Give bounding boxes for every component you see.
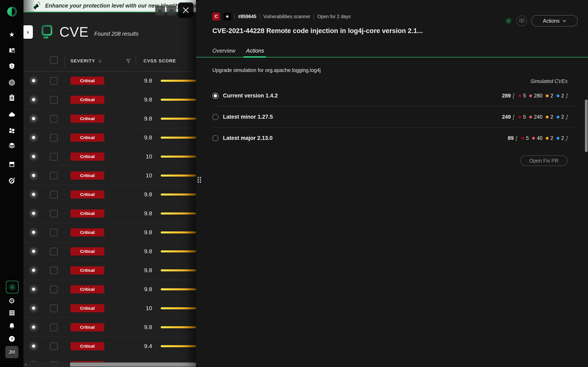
meta-divider — [314, 14, 314, 19]
row-checkbox[interactable] — [50, 229, 58, 236]
bracket-open: [ — [513, 92, 514, 99]
severity-badge: Critical — [70, 115, 104, 123]
sidebar-item-discovery[interactable] — [0, 177, 24, 184]
vertical-scrollbar-thumb[interactable] — [585, 100, 588, 152]
orca-logo[interactable] — [0, 6, 24, 17]
table-row[interactable]: Critical 9.8 — [24, 71, 196, 90]
sidebar-item-ai-assistant[interactable] — [6, 281, 18, 293]
row-checkbox[interactable] — [50, 77, 58, 85]
sidebar-item-marketplace[interactable] — [0, 161, 24, 167]
table-row[interactable]: Critical 10 — [24, 147, 196, 166]
table-row[interactable]: Critical 9.8 — [24, 223, 196, 242]
row-checkbox[interactable] — [50, 134, 58, 142]
column-cvss-score[interactable]: CVSS SCORE — [144, 58, 176, 64]
row-checkbox[interactable] — [50, 210, 58, 217]
table-row[interactable]: Critical 9.8 — [24, 261, 196, 280]
widgets-icon — [9, 128, 15, 134]
open-status: Open for 2 days — [317, 14, 351, 19]
cvss-score-bar — [161, 137, 196, 139]
sidebar-item-alerts[interactable] — [0, 63, 24, 69]
sidebar-item-cloud-assets[interactable] — [0, 112, 24, 117]
table-row[interactable]: Critical 10 — [24, 299, 196, 318]
row-status-dot — [32, 98, 35, 101]
sidebar-item-inventory[interactable] — [0, 128, 24, 134]
sidebar-item-favorites[interactable]: ★ — [0, 31, 24, 38]
page-title: CVE — [60, 25, 89, 39]
severity-badge: Critical — [70, 323, 104, 331]
table-row[interactable]: Critical 9.8 — [24, 318, 196, 337]
header-divider — [136, 55, 136, 68]
row-checkbox[interactable] — [50, 172, 58, 179]
row-checkbox[interactable] — [50, 286, 58, 293]
severity-dot — [557, 116, 559, 118]
row-checkbox[interactable] — [50, 248, 58, 255]
cvss-score-value: 10 — [134, 305, 152, 312]
severity-badge: Critical — [70, 209, 104, 217]
table-row[interactable]: Critical 9.8 — [24, 204, 196, 223]
banner-collapse-button[interactable] — [155, 6, 165, 16]
tab-overview[interactable]: Overview — [212, 48, 235, 54]
table-row[interactable]: Critical 10 — [24, 166, 196, 185]
sidebar-item-dashboard[interactable] — [0, 47, 24, 53]
column-severity[interactable]: SEVERITY — [70, 58, 95, 64]
expand-panel-button[interactable]: › — [24, 25, 33, 39]
row-checkbox[interactable] — [50, 191, 58, 198]
drawer-drag-handle[interactable] — [198, 177, 201, 183]
row-checkbox[interactable] — [50, 324, 58, 331]
user-avatar[interactable]: JH — [5, 346, 18, 358]
sidebar-item-attack-surface[interactable] — [0, 79, 24, 86]
version-option-row[interactable]: Latest major 2.13.0 89 [ 54022 ] — [212, 128, 576, 149]
table-row[interactable]: Critical 9.8 — [24, 185, 196, 204]
scroll-left-arrow[interactable]: ◂ — [25, 363, 26, 366]
bell-icon — [9, 323, 15, 329]
sidebar-item-settings[interactable]: ⚙ — [0, 297, 24, 305]
radio-button[interactable] — [212, 135, 218, 141]
row-checkbox[interactable] — [50, 267, 58, 274]
open-fix-pr-button[interactable]: Open Fix PR — [520, 155, 568, 166]
table-row[interactable]: Critical 9.8 — [24, 109, 196, 128]
version-option-row[interactable]: Latest minor 1.27.5 249 [ 524022 ] — [212, 106, 576, 128]
row-checkbox[interactable] — [50, 305, 58, 312]
version-option-row[interactable]: Current version 1.4.2 289 [ 528022 ] — [212, 85, 576, 106]
row-checkbox[interactable] — [50, 342, 58, 350]
sidebar-item-compliance[interactable] — [0, 94, 24, 101]
sidebar-item-notifications[interactable] — [0, 323, 24, 329]
sidebar-item-help[interactable]: ? — [0, 336, 24, 342]
horizontal-scrollbar-thumb[interactable] — [70, 363, 196, 367]
app-window: ★ — [0, 0, 588, 367]
left-sidebar: ★ — [0, 0, 24, 367]
radio-button[interactable] — [212, 114, 218, 120]
table-row[interactable]: Critical 9.8 — [24, 280, 196, 299]
favorite-toggle[interactable]: ★ — [223, 13, 231, 20]
select-all-checkbox[interactable] — [50, 56, 58, 64]
banner-close-button[interactable] — [178, 2, 194, 18]
banner-expand-button[interactable] — [167, 6, 176, 16]
comments-button[interactable] — [517, 16, 527, 26]
row-checkbox[interactable] — [50, 153, 58, 160]
tab-actions[interactable]: Actions — [246, 48, 264, 54]
table-row[interactable]: Critical 9.8 — [24, 90, 196, 109]
severity-dot — [518, 116, 521, 118]
table-row[interactable]: Critical 9.8 — [24, 242, 196, 261]
sidebar-item-apps[interactable] — [0, 310, 24, 316]
ai-sunburst-icon[interactable] — [505, 17, 512, 25]
actions-menu-button[interactable]: Actions — [531, 15, 578, 26]
severity-count: 40 — [537, 135, 543, 141]
gear-icon: ⚙ — [8, 297, 15, 305]
severity-badge: Critical — [70, 228, 104, 236]
row-checkbox[interactable] — [50, 96, 58, 104]
severity-dot — [532, 137, 535, 140]
sidebar-item-policies[interactable] — [0, 142, 24, 149]
row-checkbox[interactable] — [50, 115, 58, 123]
cvss-score-value: 9.8 — [134, 324, 152, 331]
sort-control[interactable]: ↓↑ — [99, 58, 102, 64]
table-row[interactable]: Critical 9.4 — [24, 337, 196, 356]
filter-funnel-icon[interactable] — [126, 59, 131, 64]
severity-dot — [518, 94, 521, 97]
table-row[interactable]: Critical 9.8 — [24, 128, 196, 147]
chevron-up-icon — [169, 9, 174, 12]
cvss-score-value: 9.8 — [134, 267, 152, 274]
horizontal-scrollbar[interactable]: ◂ — [24, 362, 196, 367]
radio-button[interactable] — [212, 93, 218, 99]
results-count: Found 208 results — [94, 31, 138, 37]
